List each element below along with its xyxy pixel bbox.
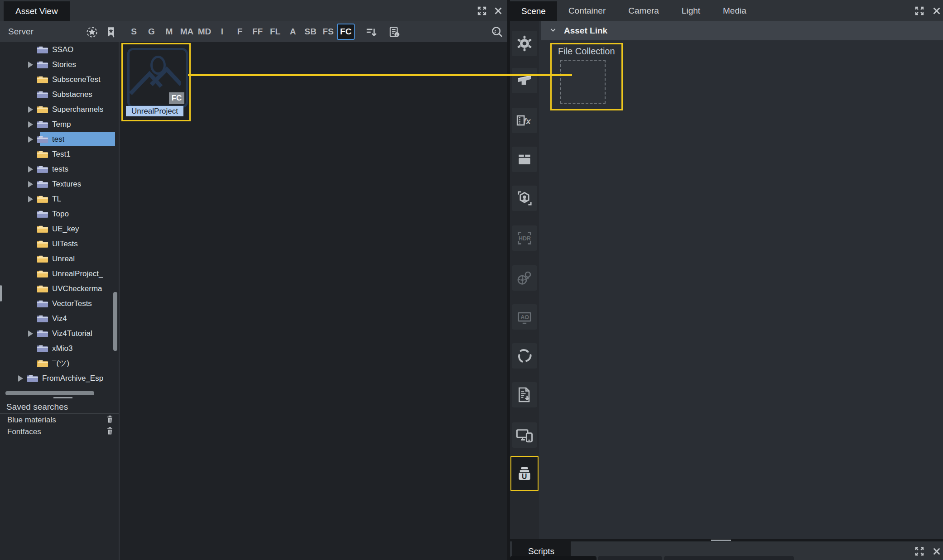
tree-horizontal-scrollbar[interactable] xyxy=(5,391,94,395)
asset-name-label[interactable]: UnrealProject xyxy=(126,106,183,116)
tree-item-stories[interactable]: Stories xyxy=(0,57,119,72)
filter-fc-button[interactable]: FC xyxy=(337,24,355,40)
tree-item-test[interactable]: test xyxy=(0,132,119,147)
tree-item-substacnes[interactable]: Substacnes xyxy=(0,87,119,102)
folder-icon xyxy=(37,329,48,338)
tree-item-ssao[interactable]: SSAO xyxy=(0,42,119,57)
asset-thumbnail[interactable]: FC xyxy=(127,48,188,108)
expand-arrow-icon[interactable] xyxy=(28,121,33,128)
expand-arrow-icon[interactable] xyxy=(28,106,33,113)
sort-icon[interactable] xyxy=(365,25,379,39)
tree-item-ibrahim[interactable]: Ibrahim xyxy=(0,386,119,390)
tree-item-xmio3[interactable]: xMio3 xyxy=(0,341,119,356)
file-collection-label: File Collection xyxy=(558,46,615,57)
folder-icon xyxy=(37,150,48,158)
expand-icon[interactable] xyxy=(913,545,926,558)
scripts-resize-handle[interactable] xyxy=(711,540,731,541)
tree-item-uitests[interactable]: UITests xyxy=(0,236,119,251)
asset-grid-canvas[interactable]: FC UnrealProject xyxy=(120,42,507,560)
hdr-icon[interactable]: HDR xyxy=(512,225,537,251)
tree-item-textures[interactable]: Textures xyxy=(0,177,119,191)
filter-ff-button[interactable]: FF xyxy=(249,24,266,40)
tab-scene[interactable]: Scene xyxy=(510,1,557,21)
saved-search-item[interactable]: Blue materials xyxy=(0,414,119,426)
tab-light[interactable]: Light xyxy=(670,0,712,21)
asset-info-icon[interactable] xyxy=(388,25,401,39)
expand-arrow-icon[interactable] xyxy=(18,390,23,391)
tree-item--[interactable]: ¯(ツ) xyxy=(0,356,119,371)
tree-item-viz4[interactable]: Viz4 xyxy=(0,311,119,326)
post-processing-icon[interactable] xyxy=(512,343,537,369)
expand-arrow-icon[interactable] xyxy=(28,196,33,202)
expand-icon[interactable] xyxy=(913,5,926,17)
filter-g-button[interactable]: G xyxy=(143,24,160,40)
tree-item-unrealproject-[interactable]: UnrealProject_ xyxy=(0,266,119,281)
folder-icon xyxy=(37,314,48,323)
filter-i-button[interactable]: I xyxy=(213,24,231,40)
clip-fx-icon[interactable]: fx xyxy=(512,108,537,133)
filter-md-button[interactable]: MD xyxy=(196,24,213,40)
expand-arrow-icon[interactable] xyxy=(18,375,23,382)
expand-arrow-icon[interactable] xyxy=(28,62,33,68)
stage-icon[interactable] xyxy=(512,68,537,93)
scene-capture-icon[interactable] xyxy=(512,186,537,211)
close-icon[interactable] xyxy=(492,5,505,17)
tab-asset-view[interactable]: Asset View xyxy=(4,1,70,21)
tree-item-topo[interactable]: Topo xyxy=(0,206,119,221)
filter-fl-button[interactable]: FL xyxy=(266,24,284,40)
folder-name: Test1 xyxy=(52,150,71,159)
tree-item-subscenetest[interactable]: SubsceneTest xyxy=(0,72,119,87)
close-icon[interactable] xyxy=(930,545,943,558)
tree-item-fromarchive-esp[interactable]: FromArchive_Esp xyxy=(0,371,119,386)
saved-search-label: Fontfaces xyxy=(7,427,106,436)
tree-item-superchannels[interactable]: Superchannels xyxy=(0,102,119,117)
asset-view-toolbar: Server SGMMAMDIFFFFLASBFSFC xyxy=(0,21,507,42)
asset-link-section-header[interactable]: Asset Link xyxy=(541,21,943,40)
script-download-icon[interactable] xyxy=(512,382,537,407)
expand-arrow-icon[interactable] xyxy=(28,166,33,172)
file-collection-icon[interactable]: U xyxy=(510,456,539,491)
refresh-favorites-icon[interactable] xyxy=(85,25,99,39)
filter-sb-button[interactable]: SB xyxy=(302,24,319,40)
filter-m-button[interactable]: M xyxy=(160,24,178,40)
expand-arrow-icon[interactable] xyxy=(28,330,33,337)
tab-camera[interactable]: Camera xyxy=(617,0,670,21)
filter-ma-button[interactable]: MA xyxy=(178,24,196,40)
close-icon[interactable] xyxy=(930,5,943,17)
filter-s-button[interactable]: S xyxy=(125,24,143,40)
tree-item-tl[interactable]: TL xyxy=(0,191,119,206)
trash-icon[interactable] xyxy=(106,426,114,437)
saved-search-item[interactable]: Fontfaces xyxy=(0,426,119,438)
server-search-icon[interactable] xyxy=(490,25,504,39)
file-collection-drop-zone[interactable] xyxy=(560,60,606,104)
tree-item-ue-key[interactable]: UE_key xyxy=(0,221,119,236)
bookmark-icon[interactable] xyxy=(104,25,118,39)
folder-name: Substacnes xyxy=(52,90,92,99)
tree-vertical-scrollbar[interactable] xyxy=(113,292,117,351)
ambient-occlusion-icon[interactable]: AO xyxy=(512,304,537,330)
video-clips-icon[interactable] xyxy=(512,147,537,172)
section-title: Asset Link xyxy=(564,26,607,36)
expand-icon[interactable] xyxy=(476,5,488,17)
trash-icon[interactable] xyxy=(106,415,114,426)
displays-icon[interactable] xyxy=(512,422,537,448)
settings-icon[interactable] xyxy=(512,31,537,56)
expand-arrow-icon[interactable] xyxy=(28,181,33,187)
tab-media[interactable]: Media xyxy=(712,0,758,21)
tree-item-temp[interactable]: Temp xyxy=(0,117,119,132)
window-splitter-handle[interactable] xyxy=(0,285,2,302)
filter-f-button[interactable]: F xyxy=(231,24,249,40)
expand-arrow-icon[interactable] xyxy=(28,136,33,143)
tree-item-unreal[interactable]: Unreal xyxy=(0,251,119,266)
global-illumination-icon[interactable] xyxy=(512,265,537,291)
svg-text:U: U xyxy=(522,473,527,480)
tree-item-uvcheckerma[interactable]: UVCheckerma xyxy=(0,281,119,296)
filter-fs-button[interactable]: FS xyxy=(319,24,337,40)
filter-a-button[interactable]: A xyxy=(284,24,302,40)
tree-item-vectortests[interactable]: VectorTests xyxy=(0,296,119,311)
tree-resize-handle[interactable] xyxy=(53,397,72,398)
tab-container[interactable]: Container xyxy=(557,0,617,21)
tree-item-test1[interactable]: Test1 xyxy=(0,147,119,162)
tree-item-tests[interactable]: tests xyxy=(0,162,119,177)
tree-item-viz4tutorial[interactable]: Viz4Tutorial xyxy=(0,326,119,341)
